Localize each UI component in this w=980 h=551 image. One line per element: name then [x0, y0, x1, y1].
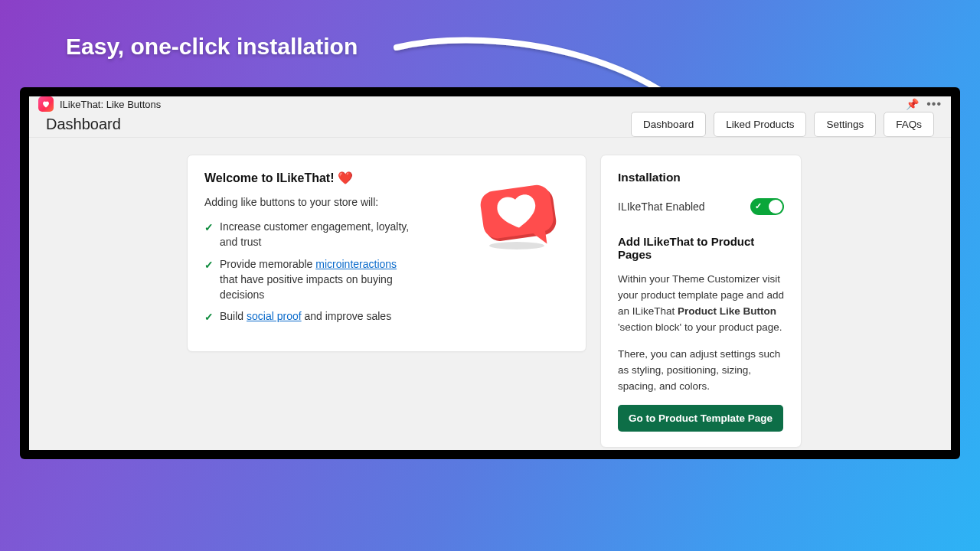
benefit-item: ✓ Build social proof and improve sales	[204, 308, 569, 324]
titlebar: ILikeThat: Like Buttons 📌 •••	[29, 96, 951, 112]
nav-buttons: Dashboard Liked Products Settings FAQs	[631, 112, 934, 137]
social-proof-link[interactable]: social proof	[247, 310, 302, 322]
navbar: Dashboard Dashboard Liked Products Setti…	[29, 112, 951, 138]
app-window: ILikeThat: Like Buttons 📌 ••• Dashboard …	[20, 87, 960, 459]
toggle-row: ILIkeThat Enabled ✓	[618, 198, 784, 215]
heart-illustration-icon	[471, 175, 563, 252]
benefit-text: Provide memorable microinteractions that…	[220, 256, 416, 303]
app-title: ILikeThat: Like Buttons	[60, 99, 161, 110]
promo-annotation: Easy, one-click installation	[66, 34, 358, 60]
nav-liked-products-button[interactable]: Liked Products	[714, 112, 806, 137]
installation-card: Installation ILIkeThat Enabled ✓ Add ILi…	[600, 155, 802, 448]
benefit-text: Build social proof and improve sales	[220, 308, 391, 324]
add-section-title: Add ILikeThat to Product Pages	[618, 235, 784, 261]
install-paragraph-2: There, you can adjust settings such as s…	[618, 347, 784, 395]
install-paragraph-1: Within your Theme Customizer visit your …	[618, 272, 784, 336]
nav-dashboard-button[interactable]: Dashboard	[631, 112, 706, 137]
pin-icon[interactable]: 📌	[906, 98, 919, 110]
svg-point-3	[489, 242, 544, 249]
benefit-text: Increase customer engagement, loyalty, a…	[220, 219, 416, 250]
microinteractions-link[interactable]: microinteractions	[315, 258, 397, 270]
nav-settings-button[interactable]: Settings	[814, 112, 876, 137]
check-icon: ✓	[204, 220, 214, 235]
more-icon[interactable]: •••	[926, 97, 942, 111]
content-area: Welcome to ILikeThat! ❤️ Adding like but…	[29, 138, 951, 450]
page-title: Dashboard	[46, 116, 121, 133]
toggle-check-icon: ✓	[755, 201, 762, 211]
check-icon: ✓	[204, 309, 214, 324]
check-icon: ✓	[204, 257, 214, 272]
toggle-knob	[769, 200, 782, 214]
welcome-card: Welcome to ILikeThat! ❤️ Adding like but…	[187, 155, 586, 352]
app-logo-icon	[38, 96, 54, 112]
installation-title: Installation	[618, 171, 784, 184]
go-to-template-button[interactable]: Go to Product Template Page	[618, 405, 783, 432]
app-inner: ILikeThat: Like Buttons 📌 ••• Dashboard …	[29, 96, 951, 450]
enable-toggle[interactable]: ✓	[750, 198, 784, 215]
benefit-item: ✓ Provide memorable microinteractions th…	[204, 256, 569, 303]
toggle-label: ILIkeThat Enabled	[618, 201, 705, 213]
nav-faqs-button[interactable]: FAQs	[884, 112, 934, 137]
